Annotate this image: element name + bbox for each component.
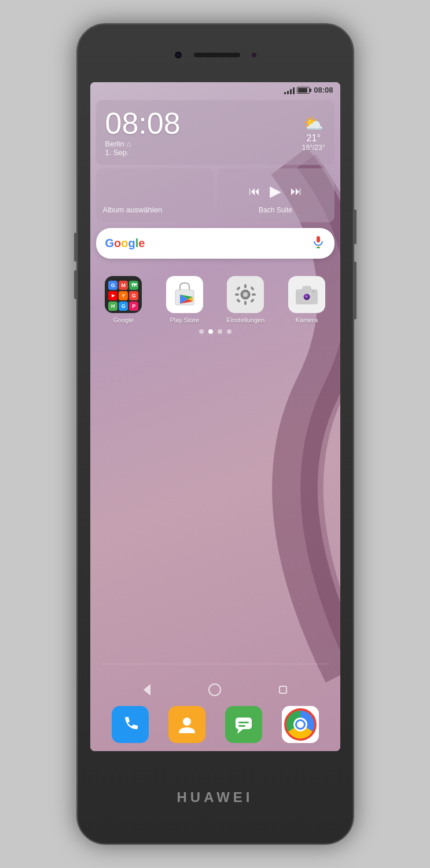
folder-mini-7: H bbox=[108, 301, 117, 311]
page-dots bbox=[90, 329, 340, 334]
camera-icon bbox=[288, 276, 325, 313]
app-item-google-folder[interactable]: G M 🗺 ▶ Y G H G P Google bbox=[96, 276, 152, 323]
phone-bottom: HUAWEI bbox=[90, 757, 340, 838]
app-label-play-store: Play Store bbox=[170, 317, 199, 323]
svg-point-24 bbox=[306, 296, 308, 298]
app-item-camera[interactable]: Kamera bbox=[279, 276, 335, 323]
messages-app-icon bbox=[225, 706, 262, 743]
page-dot-2[interactable] bbox=[208, 329, 213, 334]
svg-point-27 bbox=[209, 684, 220, 696]
chrome-app-icon bbox=[282, 706, 319, 743]
google-folder-icon: G M 🗺 ▶ Y G H G P bbox=[105, 276, 142, 313]
app-label-settings: Einstellungen bbox=[226, 317, 264, 323]
svg-rect-17 bbox=[236, 299, 241, 303]
signal-bar-2 bbox=[287, 91, 289, 94]
svg-point-29 bbox=[183, 718, 191, 726]
svg-rect-15 bbox=[236, 286, 241, 291]
svg-rect-14 bbox=[252, 293, 256, 296]
play-store-icon bbox=[166, 276, 203, 313]
app-grid: G M 🗺 ▶ Y G H G P Google bbox=[96, 276, 335, 323]
music-album-selector[interactable]: Album auswählen bbox=[96, 168, 214, 222]
volume-up-button[interactable] bbox=[74, 233, 77, 262]
music-next-button[interactable]: ⏭ bbox=[291, 185, 302, 198]
dock-item-messages[interactable] bbox=[225, 706, 262, 743]
svg-marker-26 bbox=[144, 684, 150, 696]
folder-mini-8: G bbox=[119, 301, 128, 311]
app-label-camera: Kamera bbox=[295, 317, 318, 323]
svg-marker-31 bbox=[237, 729, 243, 734]
folder-mini-2: M bbox=[119, 281, 128, 290]
svg-rect-13 bbox=[235, 293, 239, 296]
city-icon: ⌂ bbox=[126, 139, 131, 148]
svg-rect-12 bbox=[244, 301, 247, 305]
svg-rect-11 bbox=[244, 284, 247, 288]
contacts-app-icon bbox=[168, 706, 205, 743]
dock-item-chrome[interactable] bbox=[282, 706, 319, 743]
app-label-google: Google bbox=[113, 317, 134, 323]
music-widget: Album auswählen ⏮ ▶ ⏭ Bach Suite bbox=[96, 168, 335, 222]
clock-date: 1. Sep. bbox=[105, 148, 181, 157]
app-item-play-store[interactable]: Play Store bbox=[157, 276, 212, 323]
music-album-label: Album auswählen bbox=[103, 205, 163, 214]
settings-icon bbox=[227, 276, 264, 313]
svg-rect-33 bbox=[238, 725, 245, 727]
dock-item-contacts[interactable] bbox=[168, 706, 205, 743]
folder-mini-1: G bbox=[108, 281, 117, 290]
clock-left: 08:08 Berlin ⌂ 1. Sep. bbox=[105, 108, 181, 157]
brand-logo: HUAWEI bbox=[177, 789, 253, 806]
app-item-settings[interactable]: Einstellungen bbox=[218, 276, 274, 323]
signal-bar-1 bbox=[284, 92, 286, 94]
back-button[interactable] bbox=[138, 681, 156, 699]
weather-icon: ⛅ bbox=[302, 114, 325, 133]
svg-rect-16 bbox=[250, 286, 255, 291]
folder-mini-5: Y bbox=[119, 291, 128, 300]
music-controls: ⏮ ▶ ⏭ Bach Suite bbox=[217, 168, 335, 222]
svg-rect-25 bbox=[312, 290, 315, 293]
volume-down-button[interactable] bbox=[74, 270, 77, 299]
svg-rect-0 bbox=[317, 236, 320, 242]
folder-mini-9: P bbox=[129, 301, 138, 311]
dock-item-phone[interactable] bbox=[112, 706, 149, 743]
signal-strength-icon bbox=[284, 86, 295, 94]
signal-bar-4 bbox=[293, 87, 295, 94]
app-dock bbox=[90, 700, 340, 751]
weather-temp: 21° bbox=[302, 133, 325, 144]
dock-separator bbox=[102, 664, 329, 664]
svg-rect-28 bbox=[280, 686, 286, 693]
signal-bar-3 bbox=[290, 89, 292, 94]
phone-device: 08:08 08:08 Berlin ⌂ 1. Sep. ⛅ 21° 18°/2… bbox=[76, 23, 354, 845]
svg-point-38 bbox=[297, 721, 304, 728]
svg-rect-32 bbox=[238, 722, 249, 723]
clock-time: 08:08 bbox=[105, 108, 181, 138]
svg-point-10 bbox=[243, 292, 248, 297]
google-mic-button[interactable] bbox=[311, 235, 325, 252]
status-time: 08:08 bbox=[314, 86, 333, 94]
home-button[interactable] bbox=[205, 681, 224, 699]
page-dot-3[interactable] bbox=[218, 329, 222, 334]
battery-fill bbox=[298, 88, 307, 93]
recents-button[interactable] bbox=[274, 681, 292, 699]
proximity-sensor bbox=[252, 53, 256, 57]
clock-widget: 08:08 Berlin ⌂ 1. Sep. ⛅ 21° 18°/23° bbox=[96, 100, 335, 165]
folder-mini-6: G bbox=[129, 291, 138, 300]
home-screen: 08:08 08:08 Berlin ⌂ 1. Sep. ⛅ 21° 18°/2… bbox=[90, 82, 340, 751]
phone-screen: 08:08 08:08 Berlin ⌂ 1. Sep. ⛅ 21° 18°/2… bbox=[90, 82, 340, 751]
battery-icon bbox=[297, 87, 310, 94]
folder-mini-3: 🗺 bbox=[129, 281, 138, 290]
earpiece-speaker bbox=[194, 53, 240, 57]
music-playback-buttons: ⏮ ▶ ⏭ bbox=[224, 176, 328, 206]
music-play-button[interactable]: ▶ bbox=[270, 182, 281, 200]
status-bar: 08:08 bbox=[90, 82, 340, 98]
page-dot-1[interactable] bbox=[199, 329, 204, 334]
music-prev-button[interactable]: ⏮ bbox=[249, 185, 260, 198]
weather-range: 18°/23° bbox=[302, 144, 325, 152]
front-camera bbox=[174, 51, 182, 59]
folder-mini-4: ▶ bbox=[108, 291, 117, 300]
navigation-bar bbox=[90, 676, 340, 704]
clock-city: Berlin ⌂ bbox=[105, 139, 181, 148]
google-search-bar[interactable]: Google bbox=[96, 228, 335, 259]
clock-right: ⛅ 21° 18°/23° bbox=[302, 114, 325, 152]
google-logo: Google bbox=[105, 237, 145, 250]
volume-buttons bbox=[74, 233, 77, 299]
page-dot-4[interactable] bbox=[227, 329, 231, 334]
